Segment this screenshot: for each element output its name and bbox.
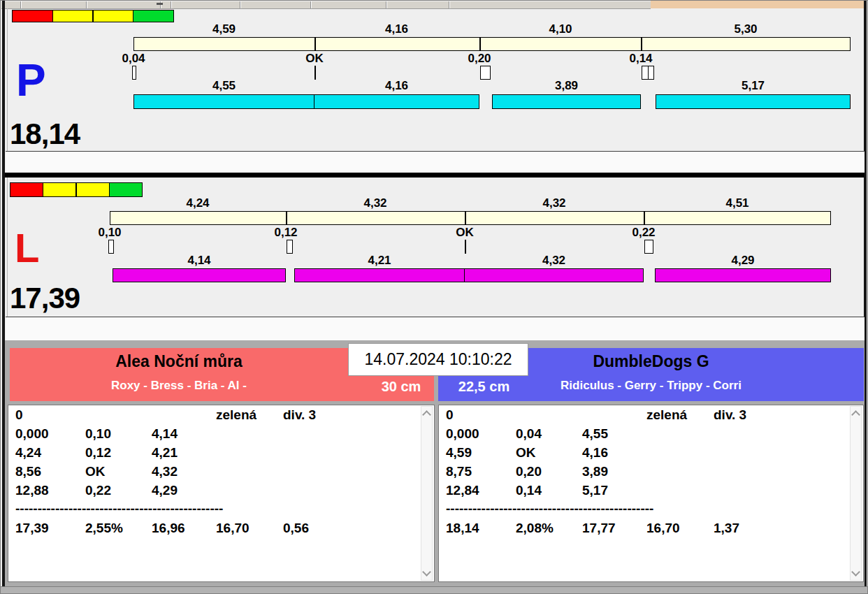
table-cell: zelená — [646, 408, 687, 422]
crossing-marker-label: 0,10 — [85, 226, 134, 240]
split-reference-divider — [465, 211, 466, 225]
crossing-marker-box — [108, 240, 114, 254]
table-divider-row: ----------------------------------------… — [446, 502, 653, 516]
panel-footer-strip — [6, 151, 865, 173]
table-total-cell: 2,55% — [85, 521, 123, 535]
crossing-marker-box — [287, 240, 293, 254]
table-cell: 0,12 — [85, 446, 111, 460]
split-bar-label: 4,59 — [133, 23, 314, 36]
top-strip-divider — [86, 1, 87, 8]
split-bar-label: 4,51 — [644, 197, 831, 210]
panel-footer-strip — [6, 317, 865, 341]
status-segment — [133, 10, 174, 22]
table-cell: 0,10 — [85, 427, 111, 441]
table-divider-row: ----------------------------------------… — [15, 502, 223, 516]
scroll-down-icon[interactable] — [422, 567, 431, 577]
scroll-up-icon[interactable] — [422, 410, 431, 419]
top-strip-divider — [310, 1, 311, 8]
run-bar-segment — [492, 94, 641, 109]
run-bar-label: 4,55 — [133, 80, 314, 93]
crossing-marker-label: OK — [440, 226, 489, 240]
split-bar-label: 5,30 — [641, 23, 851, 36]
scrollbar[interactable] — [850, 406, 862, 581]
run-bar-segment — [113, 268, 286, 282]
table-cell: 4,59 — [446, 446, 472, 460]
top-strip-handle — [157, 3, 163, 5]
crossing-marker-line — [314, 66, 316, 80]
results-table-left: 0zelenádiv. 30,0000,104,144,240,124,218,… — [8, 405, 435, 582]
window-top-strip — [1, 1, 651, 9]
split-bar-label: 4,24 — [110, 197, 286, 210]
run-bar-label: 5,17 — [656, 80, 851, 93]
split-reference-bar — [133, 37, 851, 51]
crossing-marker-box — [132, 66, 136, 80]
table-cell: zelená — [216, 408, 256, 422]
top-strip-divider — [20, 1, 21, 8]
table-cell: div. 3 — [714, 408, 746, 422]
table-total-cell: 17,77 — [582, 521, 616, 535]
table-total-cell: 2,08% — [516, 521, 554, 535]
split-bar-label: 4,10 — [479, 23, 642, 36]
split-bar-label: 4,32 — [465, 197, 644, 210]
table-cell: 8,75 — [446, 465, 472, 479]
crossing-marker-line — [465, 240, 466, 254]
run-bar-segment — [133, 94, 314, 109]
team-dogs: Roxy - Bress - Bria - Al - — [10, 379, 348, 393]
table-total-cell: 18,14 — [446, 521, 479, 535]
lane-letter: L — [15, 228, 39, 268]
crossing-marker-label: 0,20 — [455, 52, 504, 66]
run-bar-segment — [294, 268, 465, 282]
table-cell: 3,89 — [582, 465, 608, 479]
table-cell: 4,29 — [152, 484, 178, 498]
table-cell: 12,84 — [446, 484, 479, 498]
split-bar-label: 4,32 — [286, 197, 465, 210]
split-reference-divider — [479, 37, 481, 51]
jump-height: 30 cm — [373, 379, 429, 395]
table-cell: 4,21 — [152, 446, 178, 460]
table-cell: 0,04 — [516, 427, 542, 441]
top-strip-divider — [386, 1, 386, 8]
run-bar-segment — [314, 94, 479, 109]
results-table-right: 0zelenádiv. 30,0000,044,554,59OK4,168,75… — [438, 405, 864, 582]
top-strip-divider — [171, 1, 171, 8]
table-total-cell: 17,39 — [15, 521, 49, 535]
status-segment — [109, 182, 143, 197]
status-segment — [43, 182, 76, 197]
table-cell: 4,16 — [582, 446, 608, 460]
status-segment — [93, 10, 134, 22]
table-cell: OK — [516, 446, 536, 460]
run-bar-label: 4,29 — [655, 254, 831, 268]
crossing-marker-label: 0,12 — [261, 226, 310, 240]
table-total-cell: 16,70 — [216, 521, 249, 535]
top-strip-divider — [449, 1, 449, 8]
top-strip-divider — [240, 1, 240, 8]
table-cell: 8,56 — [15, 465, 41, 479]
crossing-marker-box-divider — [648, 66, 649, 79]
scroll-up-icon[interactable] — [851, 410, 860, 419]
crossing-marker-box — [480, 66, 491, 80]
scroll-down-icon[interactable] — [851, 567, 860, 577]
scrollbar[interactable] — [421, 406, 433, 581]
crossing-marker-box — [644, 240, 653, 254]
status-light-bar — [12, 10, 173, 22]
run-bar-segment — [464, 268, 644, 282]
table-total-cell: 16,96 — [152, 521, 185, 535]
table-cell: 0 — [446, 408, 454, 422]
table-cell: 4,14 — [152, 427, 178, 441]
table-cell: 12,88 — [15, 484, 49, 498]
table-cell: 0,22 — [85, 484, 111, 498]
crossing-marker-label: OK — [290, 52, 339, 66]
split-reference-divider — [641, 37, 642, 51]
crossing-marker-label: 0,22 — [619, 226, 668, 240]
table-cell: 4,24 — [15, 446, 41, 460]
run-bar-label: 4,21 — [294, 254, 465, 268]
team-name: Alea Noční můra — [10, 352, 348, 371]
crossing-marker-label: 0,14 — [616, 52, 665, 66]
lane-panel-p: P 18,14 4,594,164,105,300,04OK0,200,144,… — [1, 9, 868, 173]
top-strip-accent — [651, 1, 865, 8]
status-segment — [52, 10, 94, 22]
status-light-bar — [10, 182, 142, 197]
split-reference-divider — [644, 211, 645, 225]
table-total-cell: 1,37 — [714, 521, 739, 535]
split-reference-divider — [314, 37, 316, 51]
